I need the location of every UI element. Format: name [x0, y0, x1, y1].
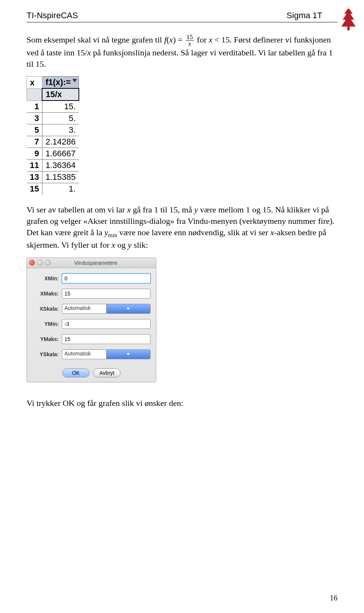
header-rule: [27, 22, 337, 22]
window-parameters-dialog: Vindusparametere XMin: XMaks: XSkala: Au…: [27, 258, 156, 382]
table-cell: 1.36364: [42, 160, 78, 171]
header-right: Sigma 1T: [287, 11, 337, 20]
page-number: 16: [330, 594, 337, 602]
table-cell: 1.: [42, 183, 78, 195]
paragraph-2: Vi ser av tabellen at om vi lar x gå fra…: [27, 204, 337, 250]
dropdown-icon[interactable]: [72, 79, 77, 82]
header-left: TI-NspireCAS: [27, 11, 78, 20]
dialog-titlebar: Vindusparametere: [27, 258, 156, 268]
table-cell: 5.: [42, 113, 78, 124]
chevron-down-icon[interactable]: [106, 304, 151, 313]
table-cell: 15: [27, 183, 42, 195]
table-cell: 1: [27, 101, 42, 113]
table-cell: 2.14286: [42, 136, 78, 148]
chevron-down-icon[interactable]: [106, 350, 151, 359]
table-cell: 9: [27, 148, 42, 160]
ymin-field[interactable]: [62, 319, 151, 329]
table-cell: 3.: [42, 124, 78, 136]
ymax-label: YMaks:: [32, 336, 59, 342]
xscale-select[interactable]: Automatisk: [62, 304, 151, 314]
table-cell: 1.15385: [42, 171, 78, 183]
table-cell: 1.66667: [42, 148, 78, 160]
xmax-field[interactable]: [62, 289, 151, 299]
minimize-icon: [37, 260, 43, 266]
table-header-fx[interactable]: f1(x):=: [42, 77, 78, 89]
table-cell: 7: [27, 136, 42, 148]
yscale-select[interactable]: Automatisk: [62, 349, 151, 359]
table-header-x: x: [27, 77, 42, 89]
table-cell: 11: [27, 160, 42, 171]
ok-button[interactable]: OK: [62, 368, 89, 377]
paragraph-3: Vi trykker OK og får grafen slik vi ønsk…: [27, 398, 337, 409]
xscale-value: Automatisk: [62, 304, 106, 313]
svg-marker-1: [347, 7, 350, 9]
value-table: x f1(x):= 15/x 115. 35. 53. 72.14286 91.…: [27, 76, 337, 195]
cancel-button[interactable]: Avbryt: [93, 368, 121, 377]
yscale-value: Automatisk: [62, 350, 106, 359]
table-cell: 13: [27, 171, 42, 183]
table-cell: 5: [27, 124, 42, 136]
xscale-label: XSkala:: [32, 306, 59, 312]
xmin-field[interactable]: [62, 273, 151, 283]
table-cell: 15.: [42, 101, 78, 113]
xmax-label: XMaks:: [32, 291, 59, 297]
yscale-label: YSkala:: [32, 351, 59, 357]
close-icon[interactable]: [29, 260, 35, 266]
table-cell: 3: [27, 113, 42, 124]
formula-cell-b[interactable]: 15/x: [42, 88, 78, 101]
tree-icon: [340, 7, 357, 31]
paragraph-1: Som eksempel skal vi nå tegne grafen til…: [27, 34, 337, 69]
dialog-title: Vindusparametere: [53, 260, 154, 266]
ymin-label: YMin:: [32, 321, 59, 327]
zoom-icon: [45, 260, 51, 266]
xmin-label: XMin:: [32, 275, 59, 281]
svg-rect-0: [347, 27, 350, 30]
formula-cell-a: [27, 88, 42, 101]
ymax-field[interactable]: [62, 334, 151, 344]
